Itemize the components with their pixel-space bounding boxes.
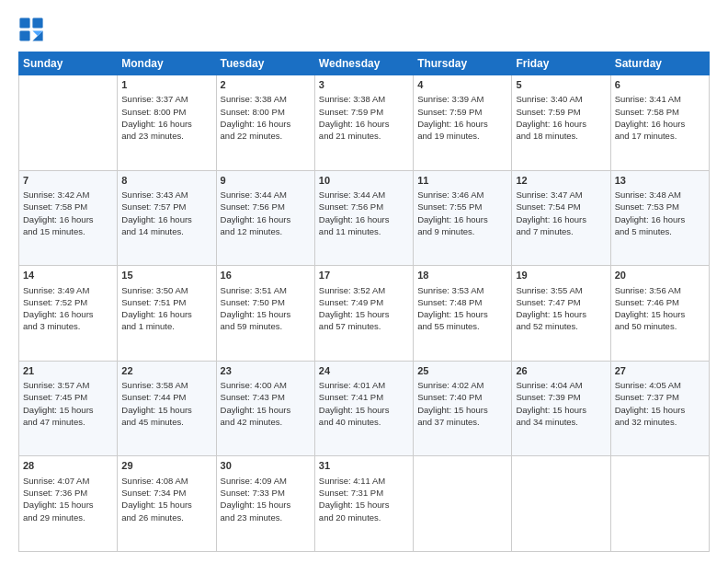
- day-number: 28: [23, 459, 113, 473]
- day-number: 31: [319, 459, 409, 473]
- calendar-cell: 5Sunrise: 3:40 AMSunset: 7:59 PMDaylight…: [512, 75, 610, 171]
- weekday-header-sunday: Sunday: [19, 52, 118, 75]
- day-number: 1: [121, 78, 211, 92]
- day-number: 6: [615, 78, 705, 92]
- logo-icon: [18, 17, 44, 42]
- calendar-cell: 9Sunrise: 3:44 AMSunset: 7:56 PMDaylight…: [216, 170, 314, 266]
- calendar-cell: 30Sunrise: 4:09 AMSunset: 7:33 PMDayligh…: [216, 456, 314, 552]
- day-number: 24: [319, 364, 409, 378]
- calendar-cell: [610, 456, 709, 552]
- calendar-cell: 16Sunrise: 3:51 AMSunset: 7:50 PMDayligh…: [216, 266, 314, 362]
- day-number: 3: [319, 78, 409, 92]
- day-number: 21: [23, 364, 113, 378]
- week-row-5: 28Sunrise: 4:07 AMSunset: 7:36 PMDayligh…: [19, 456, 710, 552]
- calendar-cell: 15Sunrise: 3:50 AMSunset: 7:51 PMDayligh…: [118, 266, 216, 362]
- week-row-2: 7Sunrise: 3:42 AMSunset: 7:58 PMDaylight…: [19, 170, 710, 266]
- weekday-header-monday: Monday: [118, 52, 216, 75]
- day-number: 27: [615, 364, 705, 378]
- weekday-header-tuesday: Tuesday: [216, 52, 314, 75]
- week-row-4: 21Sunrise: 3:57 AMSunset: 7:45 PMDayligh…: [19, 361, 710, 456]
- calendar-cell: 13Sunrise: 3:48 AMSunset: 7:53 PMDayligh…: [610, 170, 709, 266]
- day-number: 19: [516, 269, 606, 282]
- day-number: 14: [23, 269, 113, 282]
- calendar-cell: 6Sunrise: 3:41 AMSunset: 7:58 PMDaylight…: [610, 75, 709, 171]
- day-number: 20: [615, 269, 705, 282]
- day-number: 18: [417, 269, 507, 282]
- calendar-cell: 17Sunrise: 3:52 AMSunset: 7:49 PMDayligh…: [314, 266, 413, 362]
- calendar-cell: [512, 456, 610, 552]
- calendar-cell: 25Sunrise: 4:02 AMSunset: 7:40 PMDayligh…: [414, 361, 512, 456]
- week-row-3: 14Sunrise: 3:49 AMSunset: 7:52 PMDayligh…: [19, 266, 710, 362]
- calendar-table: SundayMondayTuesdayWednesdayThursdayFrid…: [18, 52, 710, 552]
- calendar-cell: 1Sunrise: 3:37 AMSunset: 8:00 PMDaylight…: [118, 75, 216, 171]
- logo: [18, 17, 48, 42]
- calendar-cell: 11Sunrise: 3:46 AMSunset: 7:55 PMDayligh…: [414, 170, 512, 266]
- day-number: 30: [221, 459, 311, 473]
- day-number: 2: [221, 78, 311, 92]
- svg-rect-1: [32, 17, 42, 28]
- day-number: 16: [221, 269, 311, 282]
- calendar-cell: 10Sunrise: 3:44 AMSunset: 7:56 PMDayligh…: [314, 170, 413, 266]
- calendar-cell: 22Sunrise: 3:58 AMSunset: 7:44 PMDayligh…: [118, 361, 216, 456]
- day-number: 15: [121, 269, 211, 282]
- week-row-1: 1Sunrise: 3:37 AMSunset: 8:00 PMDaylight…: [19, 75, 710, 171]
- calendar-cell: 24Sunrise: 4:01 AMSunset: 7:41 PMDayligh…: [314, 361, 413, 456]
- day-number: 5: [516, 78, 606, 92]
- calendar-cell: 28Sunrise: 4:07 AMSunset: 7:36 PMDayligh…: [19, 456, 118, 552]
- calendar-cell: 8Sunrise: 3:43 AMSunset: 7:57 PMDaylight…: [118, 170, 216, 266]
- calendar-cell: 7Sunrise: 3:42 AMSunset: 7:58 PMDaylight…: [19, 170, 118, 266]
- day-number: 29: [121, 459, 211, 473]
- calendar-cell: [19, 75, 118, 171]
- page: SundayMondayTuesdayWednesdayThursdayFrid…: [0, 0, 728, 563]
- day-number: 13: [615, 174, 705, 188]
- calendar-cell: 29Sunrise: 4:08 AMSunset: 7:34 PMDayligh…: [118, 456, 216, 552]
- day-number: 11: [417, 174, 507, 188]
- svg-rect-0: [19, 17, 29, 28]
- day-number: 22: [121, 364, 211, 378]
- weekday-header-row: SundayMondayTuesdayWednesdayThursdayFrid…: [19, 52, 710, 75]
- day-number: 25: [417, 364, 507, 378]
- calendar-cell: 12Sunrise: 3:47 AMSunset: 7:54 PMDayligh…: [512, 170, 610, 266]
- calendar-cell: 26Sunrise: 4:04 AMSunset: 7:39 PMDayligh…: [512, 361, 610, 456]
- day-number: 12: [516, 174, 606, 188]
- weekday-header-friday: Friday: [512, 52, 610, 75]
- calendar-cell: [414, 456, 512, 552]
- calendar-cell: 31Sunrise: 4:11 AMSunset: 7:31 PMDayligh…: [314, 456, 413, 552]
- day-number: 4: [417, 78, 507, 92]
- day-number: 10: [319, 174, 409, 188]
- day-number: 7: [23, 174, 113, 188]
- calendar-cell: 3Sunrise: 3:38 AMSunset: 7:59 PMDaylight…: [314, 75, 413, 171]
- day-number: 23: [221, 364, 311, 378]
- calendar-cell: 21Sunrise: 3:57 AMSunset: 7:45 PMDayligh…: [19, 361, 118, 456]
- svg-rect-2: [19, 30, 29, 40]
- calendar-cell: 23Sunrise: 4:00 AMSunset: 7:43 PMDayligh…: [216, 361, 314, 456]
- calendar-cell: 4Sunrise: 3:39 AMSunset: 7:59 PMDaylight…: [414, 75, 512, 171]
- header: [18, 17, 710, 42]
- calendar-cell: 20Sunrise: 3:56 AMSunset: 7:46 PMDayligh…: [610, 266, 709, 362]
- calendar-cell: 27Sunrise: 4:05 AMSunset: 7:37 PMDayligh…: [610, 361, 709, 456]
- day-number: 26: [516, 364, 606, 378]
- calendar-cell: 2Sunrise: 3:38 AMSunset: 8:00 PMDaylight…: [216, 75, 314, 171]
- day-number: 9: [221, 174, 311, 188]
- weekday-header-saturday: Saturday: [610, 52, 709, 75]
- weekday-header-wednesday: Wednesday: [314, 52, 413, 75]
- weekday-header-thursday: Thursday: [414, 52, 512, 75]
- calendar-cell: 19Sunrise: 3:55 AMSunset: 7:47 PMDayligh…: [512, 266, 610, 362]
- day-number: 17: [319, 269, 409, 282]
- day-number: 8: [121, 174, 211, 188]
- calendar-cell: 18Sunrise: 3:53 AMSunset: 7:48 PMDayligh…: [414, 266, 512, 362]
- calendar-cell: 14Sunrise: 3:49 AMSunset: 7:52 PMDayligh…: [19, 266, 118, 362]
